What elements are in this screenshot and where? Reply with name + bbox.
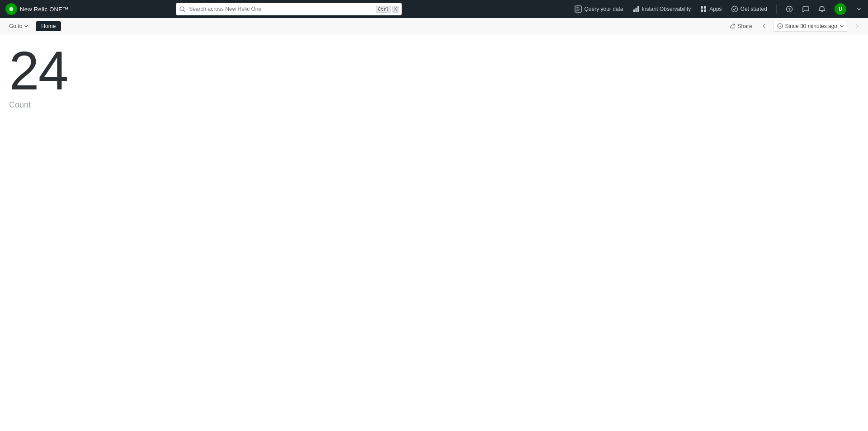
instant-observability-button[interactable]: Instant Observability	[632, 5, 691, 13]
search-keyboard-shortcut: Ctrl K	[376, 6, 399, 13]
dropdown-chevron-icon[interactable]	[855, 5, 863, 13]
messages-button[interactable]	[802, 5, 809, 13]
search-bar: Ctrl K	[176, 3, 402, 15]
share-label: Share	[738, 23, 752, 29]
clock-icon	[777, 23, 783, 29]
notifications-button[interactable]	[818, 5, 826, 13]
search-input[interactable]	[176, 3, 402, 15]
svg-rect-6	[637, 6, 639, 12]
secondbar: Go to Home Share Since 30 minutes	[0, 18, 868, 34]
svg-rect-5	[635, 8, 637, 12]
svg-text:?: ?	[788, 7, 791, 12]
goto-chevron-icon	[24, 24, 28, 28]
topbar-divider	[776, 5, 777, 14]
topbar-actions: Query your data Instant Observability	[575, 3, 863, 15]
help-button[interactable]: ?	[786, 5, 793, 13]
share-button[interactable]: Share	[726, 21, 755, 31]
metric-value: 24	[9, 43, 859, 98]
time-selector-button[interactable]: Since 30 minutes ago	[773, 21, 848, 32]
query-data-label: Query your data	[584, 6, 623, 12]
secondbar-right: Share Since 30 minutes ago	[726, 21, 863, 32]
svg-line-2	[184, 10, 185, 12]
apps-label: Apps	[709, 6, 722, 12]
svg-point-11	[731, 6, 737, 12]
apps-grid-icon	[700, 5, 707, 13]
help-icon: ?	[786, 5, 793, 13]
query-icon	[575, 5, 582, 13]
query-data-button[interactable]: Query your data	[575, 5, 623, 13]
get-started-label: Get started	[741, 6, 767, 12]
home-tab[interactable]: Home	[36, 21, 61, 31]
search-icon	[179, 6, 185, 12]
svg-rect-4	[633, 9, 635, 12]
goto-button[interactable]: Go to	[5, 21, 32, 31]
time-chevron-icon	[840, 24, 844, 28]
time-selector-label: Since 30 minutes ago	[785, 23, 837, 29]
topbar: New Relic ONE™ Ctrl K Query your dat	[0, 0, 868, 18]
new-relic-logo-icon	[5, 3, 17, 15]
chat-icon	[802, 5, 809, 13]
logo-area: New Relic ONE™	[5, 3, 87, 15]
bell-icon	[818, 5, 826, 13]
svg-rect-9	[701, 9, 703, 12]
user-avatar[interactable]: U	[835, 3, 846, 15]
ctrl-key: Ctrl	[376, 6, 391, 13]
bar-chart-icon	[632, 5, 640, 13]
checkmark-icon	[731, 5, 738, 13]
svg-rect-10	[704, 9, 706, 12]
get-started-button[interactable]: Get started	[731, 5, 767, 13]
main-content: 24 Count	[0, 34, 868, 119]
svg-rect-8	[704, 6, 706, 9]
nav-prev-button[interactable]	[759, 21, 769, 32]
metric-label: Count	[9, 100, 859, 110]
nav-next-button[interactable]	[852, 21, 863, 32]
logo-text: New Relic ONE™	[20, 6, 69, 13]
share-icon	[729, 23, 736, 29]
instant-obs-label: Instant Observability	[642, 6, 691, 12]
k-key: K	[392, 6, 399, 13]
goto-label: Go to	[9, 23, 22, 29]
home-tab-label: Home	[41, 23, 56, 29]
apps-button[interactable]: Apps	[700, 5, 722, 13]
svg-rect-7	[701, 6, 703, 9]
